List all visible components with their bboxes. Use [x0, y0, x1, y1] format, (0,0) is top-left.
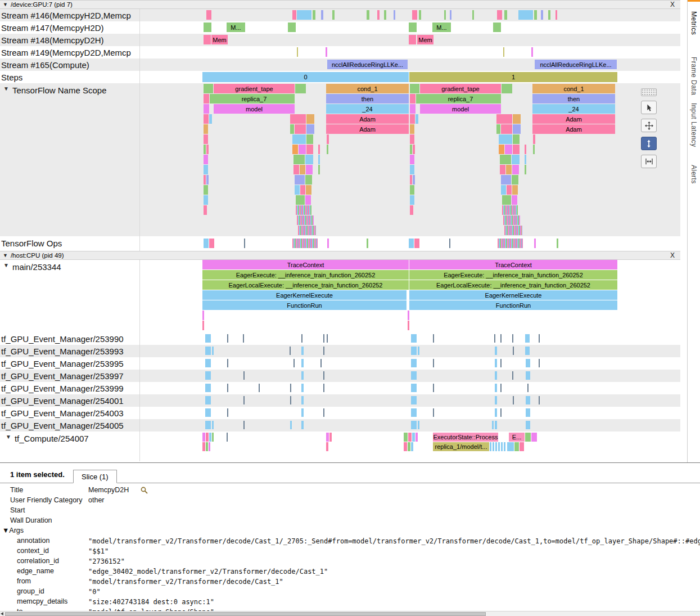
trace-slice[interactable] — [206, 442, 208, 451]
trace-slice[interactable] — [419, 10, 421, 20]
trace-slice[interactable] — [204, 94, 209, 104]
trace-slice[interactable] — [305, 155, 313, 164]
trace-slice[interactable] — [433, 334, 434, 343]
trace-slice[interactable] — [520, 442, 524, 451]
trace-slice[interactable] — [210, 94, 214, 104]
trace-slice[interactable] — [499, 145, 504, 154]
trace-slice[interactable] — [301, 371, 304, 380]
trace-slice[interactable] — [244, 239, 245, 248]
slice-tracecontext[interactable]: TraceContext — [202, 260, 409, 269]
trace-slice[interactable] — [301, 384, 304, 392]
trace-slice[interactable] — [326, 442, 328, 451]
trace-slice[interactable] — [493, 23, 501, 32]
trace-slice[interactable] — [205, 408, 211, 417]
trace-slice[interactable] — [318, 165, 320, 174]
trace-slice[interactable] — [410, 155, 414, 164]
trace-slice[interactable] — [202, 433, 205, 442]
trace-slice[interactable] — [501, 185, 506, 195]
trace-slice[interactable] — [497, 10, 502, 20]
trace-slice[interactable] — [408, 433, 412, 442]
trace-slice[interactable] — [290, 347, 291, 355]
trace-slice[interactable] — [411, 421, 417, 429]
trace-slice[interactable] — [206, 145, 209, 154]
trace-slice[interactable] — [513, 134, 520, 144]
trace-slice[interactable] — [512, 155, 520, 164]
trace-slice[interactable] — [301, 396, 304, 404]
trace-slice[interactable] — [494, 334, 495, 343]
trace-slice[interactable] — [202, 321, 204, 330]
trace-slice[interactable] — [502, 195, 511, 205]
trace-slice[interactable] — [404, 433, 408, 442]
trace-slice[interactable] — [502, 205, 518, 215]
trace-slice[interactable] — [418, 347, 419, 355]
trace-slice[interactable] — [205, 334, 211, 343]
trace-slice[interactable] — [290, 421, 292, 429]
trace-slice[interactable] — [409, 35, 416, 44]
trace-slice[interactable] — [533, 134, 535, 144]
trace-slice[interactable] — [495, 421, 497, 429]
trace-slice[interactable] — [533, 145, 535, 154]
trace-slice[interactable] — [413, 175, 415, 185]
slice-ncclallreduceringllke[interactable]: ncclAllReduceRingLLKe... — [327, 60, 408, 69]
trace-slice[interactable] — [299, 145, 306, 154]
trace-slice[interactable] — [204, 124, 208, 134]
slice-model[interactable]: model — [420, 104, 501, 114]
trace-slice[interactable] — [206, 10, 211, 20]
trace-slice[interactable] — [411, 359, 417, 367]
timing-tool-button[interactable] — [641, 155, 657, 168]
trace-slice[interactable] — [204, 155, 208, 164]
trace-slice[interactable] — [306, 165, 313, 174]
trace-slice[interactable] — [410, 205, 413, 215]
trace-slice[interactable] — [209, 442, 210, 451]
trace-slice[interactable] — [227, 408, 228, 417]
palette-drag-handle[interactable] — [641, 88, 657, 96]
trace-slice[interactable] — [410, 175, 412, 185]
trace-slice[interactable] — [323, 334, 324, 343]
trace-slice[interactable] — [513, 124, 521, 134]
trace-slice[interactable] — [449, 239, 450, 248]
trace-slice[interactable] — [290, 124, 294, 134]
trace-slice[interactable] — [305, 195, 311, 205]
trace-slice[interactable] — [296, 205, 311, 215]
slice-adam[interactable]: Adam — [326, 124, 409, 134]
trace-slice[interactable] — [259, 384, 260, 392]
trace-slice[interactable] — [496, 114, 512, 124]
trace-slice[interactable] — [297, 10, 311, 20]
trace-slice[interactable] — [202, 311, 204, 320]
trace-slice[interactable] — [433, 408, 434, 417]
side-tab-metrics[interactable]: Metrics — [690, 11, 698, 35]
trace-slice[interactable] — [290, 396, 291, 404]
trace-slice[interactable] — [301, 408, 304, 417]
trace-slice[interactable] — [295, 124, 306, 134]
trace-slice[interactable] — [495, 396, 497, 404]
slice-eagerlocalexecute-inference-tr[interactable]: EagerLocalExecute: __inference_train_fun… — [202, 280, 409, 290]
trace-slice[interactable] — [411, 347, 417, 355]
trace-slice[interactable] — [513, 114, 521, 124]
trace-slice[interactable] — [526, 396, 530, 404]
trace-slice[interactable] — [500, 334, 502, 343]
slice-24[interactable]: _24 — [326, 104, 409, 114]
trace-slice[interactable] — [495, 359, 497, 367]
trace-slice[interactable] — [297, 215, 314, 225]
trace-slice[interactable] — [500, 408, 502, 417]
trace-slice[interactable] — [404, 442, 407, 451]
trace-slice[interactable] — [293, 165, 299, 174]
trace-slice[interactable] — [243, 421, 245, 429]
trace-slice[interactable] — [525, 165, 526, 174]
trace-slice[interactable] — [292, 239, 318, 248]
trace-slice[interactable] — [418, 421, 419, 429]
trace-slice[interactable] — [306, 124, 314, 134]
trace-slice[interactable] — [416, 94, 420, 104]
trace-slice[interactable] — [526, 408, 530, 417]
trace-slice[interactable] — [526, 421, 530, 429]
trace-slice[interactable] — [205, 384, 211, 392]
trace-slice[interactable] — [321, 10, 323, 20]
trace-slice[interactable] — [204, 134, 208, 144]
trace-slice[interactable] — [541, 10, 543, 20]
trace-slice[interactable] — [300, 165, 305, 174]
trace-slice[interactable] — [495, 384, 497, 392]
trace-slice[interactable] — [313, 10, 315, 20]
trace-slice[interactable] — [411, 396, 417, 404]
trace-slice[interactable] — [500, 359, 502, 367]
trace-slice[interactable] — [327, 239, 329, 248]
